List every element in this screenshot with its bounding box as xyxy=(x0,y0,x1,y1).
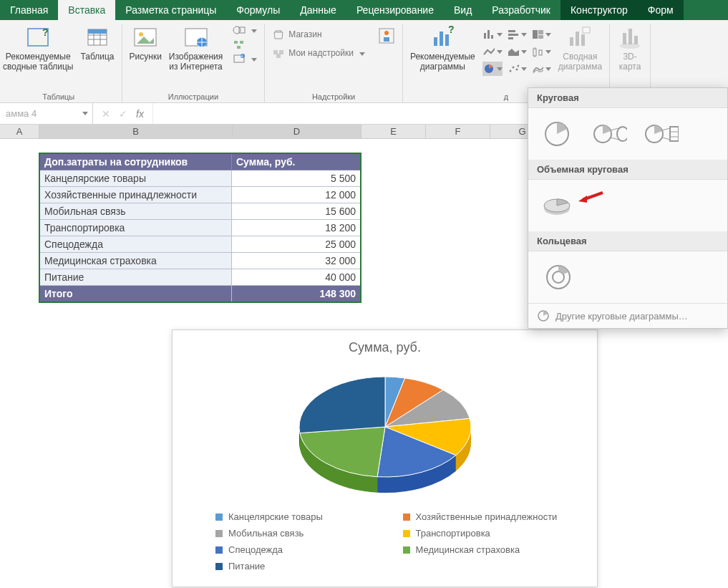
legend-item: Канцелярские товары xyxy=(215,511,382,522)
table-row[interactable]: Мобильная связь15 600 xyxy=(40,203,361,220)
cell-label: Транспортировка xyxy=(40,220,232,236)
table-row[interactable]: Канцелярские товары5 500 xyxy=(40,170,361,187)
tab-view[interactable]: Вид xyxy=(444,0,482,20)
chart-line-button[interactable] xyxy=(482,44,503,59)
data-table[interactable]: Доп.затраты на сотрудников Сумма, руб. К… xyxy=(39,153,361,302)
svg-rect-39 xyxy=(538,35,543,39)
tab-page-layout[interactable]: Разметка страницы xyxy=(115,0,226,20)
chart-bar-button[interactable] xyxy=(507,27,527,42)
bar-of-pie-option[interactable] xyxy=(644,120,679,148)
pie-3d xyxy=(173,362,597,498)
cell-value: 15 600 xyxy=(232,203,361,220)
enter-icon[interactable]: ✓ xyxy=(119,108,127,120)
table-row[interactable]: Медицинская страховка32 000 xyxy=(40,253,361,269)
chart-column-button[interactable] xyxy=(482,27,503,42)
pictures-button[interactable]: Рисунки xyxy=(130,24,162,62)
cancel-icon[interactable]: ✕ xyxy=(102,108,110,120)
svg-rect-55 xyxy=(623,33,626,44)
svg-rect-28 xyxy=(440,32,443,46)
cell-value: 5 500 xyxy=(232,170,361,187)
name-box[interactable]: амма 4 xyxy=(0,103,93,124)
chart-scatter-button[interactable] xyxy=(507,62,527,76)
fx-icon[interactable]: fx xyxy=(136,108,144,120)
screenshot-button[interactable]: + xyxy=(233,53,257,64)
svg-rect-50 xyxy=(570,37,573,46)
bing-maps-icon[interactable] xyxy=(378,27,395,44)
chart-legend: Канцелярские товарыХозяйственные принадл… xyxy=(173,498,597,586)
svg-rect-27 xyxy=(434,37,437,46)
table-row[interactable]: Спецодежда25 000 xyxy=(40,236,361,253)
doughnut-option[interactable] xyxy=(541,263,576,291)
recommended-pivot-button[interactable]: ? Рекомендуемые сводные таблицы xyxy=(3,24,73,72)
svg-rect-52 xyxy=(581,34,585,46)
tab-home[interactable]: Главная xyxy=(0,0,58,20)
chart-hierarchy-button[interactable] xyxy=(531,27,551,42)
online-pictures-icon xyxy=(183,24,209,50)
store-button[interactable]: Магазин xyxy=(272,29,365,40)
col-header[interactable]: E xyxy=(361,125,426,138)
pivot-chart-button[interactable]: Сводная диаграмма xyxy=(558,24,602,72)
map3d-icon xyxy=(617,24,643,50)
smartart-button[interactable] xyxy=(233,39,257,50)
col-header[interactable]: F xyxy=(426,125,490,138)
addins-button[interactable]: Мои надстройки xyxy=(272,47,365,59)
chart-surface-button[interactable] xyxy=(531,62,551,76)
svg-line-67 xyxy=(662,128,670,130)
table-row[interactable]: Хозяйственные принадлежности12 000 xyxy=(40,187,361,203)
pie-of-pie-option[interactable] xyxy=(593,120,627,148)
col-header[interactable]: D xyxy=(233,125,361,138)
svg-rect-56 xyxy=(628,29,632,44)
cell-value: 32 000 xyxy=(232,253,361,269)
tab-developer[interactable]: Разработчик xyxy=(482,0,560,20)
tab-formulas[interactable]: Формулы xyxy=(226,0,290,20)
addins-label: Мои надстройки xyxy=(288,48,354,58)
svg-line-68 xyxy=(662,138,670,140)
recommended-charts-button[interactable]: ? Рекомендуемые диаграммы xyxy=(410,24,475,72)
tab-design[interactable]: Конструктор xyxy=(560,0,638,20)
svg-marker-71 xyxy=(578,196,587,203)
pivot-icon: ? xyxy=(25,24,51,50)
shapes-button[interactable] xyxy=(233,24,257,36)
more-pie-charts-button[interactable]: Другие круговые диаграммы… xyxy=(528,303,727,328)
tab-data[interactable]: Данные xyxy=(290,0,346,20)
tab-format[interactable]: Форм xyxy=(638,0,684,20)
col-header[interactable]: A xyxy=(0,125,39,138)
legend-item: Спецодежда xyxy=(215,544,382,555)
svg-point-46 xyxy=(509,70,511,72)
table-row[interactable]: Питание40 000 xyxy=(40,269,361,286)
svg-rect-15 xyxy=(234,41,238,44)
group-illus-label: Иллюстрации xyxy=(168,92,218,101)
chart-object[interactable]: Сумма, руб. Канцелярские товарыХозяйстве… xyxy=(172,329,598,587)
chart-stat-button[interactable] xyxy=(531,44,551,59)
svg-point-9 xyxy=(139,32,143,37)
pivot-label: Рекомендуемые сводные таблицы xyxy=(3,52,73,72)
legend-item: Транспортировка xyxy=(403,528,569,539)
dropdown-section-2d: Круговая xyxy=(528,88,727,108)
svg-rect-32 xyxy=(487,30,490,39)
table-button[interactable]: Таблица xyxy=(80,24,114,62)
online-pictures-button[interactable]: Изображения из Интернета xyxy=(169,24,223,72)
dropdown-section-doughnut: Кольцевая xyxy=(528,231,727,251)
cell-value: 25 000 xyxy=(232,236,361,253)
svg-point-49 xyxy=(517,65,519,67)
group-tables-label: Таблицы xyxy=(42,92,74,101)
tab-review[interactable]: Рецензирование xyxy=(346,0,444,20)
table-row[interactable]: Транспортировка18 200 xyxy=(40,220,361,236)
pivot-chart-icon xyxy=(567,24,593,50)
tab-insert[interactable]: Вставка xyxy=(58,0,115,20)
svg-rect-23 xyxy=(276,54,281,58)
svg-rect-44 xyxy=(539,50,542,55)
pie-2d-option[interactable] xyxy=(541,120,576,148)
map3d-button[interactable]: 3D- карта xyxy=(617,24,643,72)
table-header: Сумма, руб. xyxy=(232,154,361,170)
chart-pie-button[interactable] xyxy=(482,62,503,76)
legend-item: Хозяйственные принадлежности xyxy=(403,511,569,522)
svg-text:?: ? xyxy=(42,26,49,38)
store-label: Магазин xyxy=(288,29,321,39)
chart-area-button[interactable] xyxy=(507,44,527,59)
pie-3d-option[interactable] xyxy=(541,191,576,220)
svg-point-47 xyxy=(512,67,514,69)
table-row-total[interactable]: Итого148 300 xyxy=(40,286,361,302)
cell-label: Итого xyxy=(40,286,232,302)
col-header[interactable]: B xyxy=(39,125,233,138)
